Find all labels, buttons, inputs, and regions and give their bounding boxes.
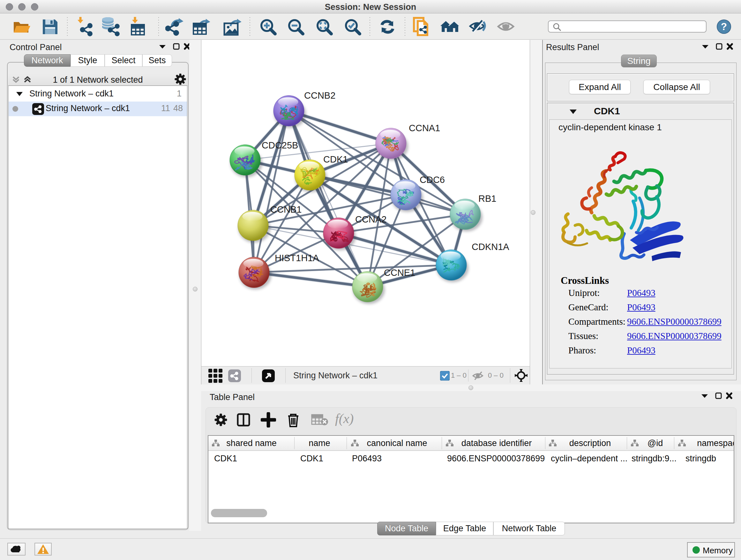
svg-text:CCNB2: CCNB2 [304, 90, 335, 101]
svg-text:CDC25B: CDC25B [262, 140, 298, 150]
svg-text:CCNE1: CCNE1 [384, 267, 415, 278]
svg-text:CCNA2: CCNA2 [355, 214, 387, 225]
svg-text:CDC6: CDC6 [420, 175, 445, 185]
svg-text:CCNA1: CCNA1 [409, 123, 440, 133]
svg-text:CCNB1: CCNB1 [270, 204, 301, 214]
svg-text:CDKN1A: CDKN1A [472, 242, 509, 252]
svg-text:CDK1: CDK1 [323, 154, 348, 165]
svg-text:RB1: RB1 [478, 193, 496, 204]
svg-text:HIST1H1A: HIST1H1A [275, 253, 319, 263]
